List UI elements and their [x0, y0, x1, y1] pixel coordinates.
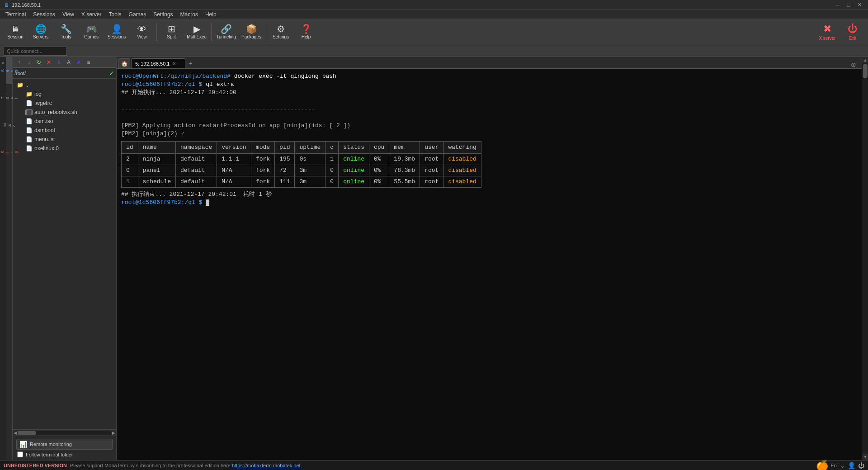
col-pid: pid	[275, 141, 295, 153]
scroll-up-btn[interactable]: ▲	[862, 57, 868, 63]
tree-item-dsmboot[interactable]: 📄 dsmboot	[13, 126, 116, 135]
path-ok-btn[interactable]: ✓	[109, 70, 114, 77]
side-more-btn[interactable]: ≡	[84, 58, 93, 67]
toolbar-help[interactable]: ❓ Help	[294, 20, 318, 44]
menu-macros[interactable]: Macros	[177, 10, 202, 19]
side-panel: ↑ ↓ ↻ ✕ ℹ A A ≡ /root/ ✓ 📁 ..	[13, 57, 117, 460]
tree-item-menulst[interactable]: 📄 menu.lst	[13, 135, 116, 144]
maximize-button[interactable]: □	[844, 1, 854, 9]
tree-item-pxelinux[interactable]: 📄 pxelinux.0	[13, 144, 116, 153]
col-id: id	[122, 141, 138, 153]
toolbar-multiexec[interactable]: ▶ MultiExec	[185, 20, 208, 44]
menu-settings[interactable]: Settings	[150, 10, 176, 19]
row3-mode: fork	[251, 176, 274, 188]
file-tree[interactable]: 📁 .. 📁 log 📄 .wgetrc ⬛ auto_rebootwx.sh	[13, 79, 116, 429]
tab-session1[interactable]: 5: 192.168.50.1 ✕	[131, 58, 185, 68]
left-icon-sidebar: «	[0, 57, 6, 460]
side-filter-btn[interactable]: A	[64, 58, 73, 67]
toolbar-separator3	[266, 23, 266, 41]
side-up-btn[interactable]: ↑	[14, 58, 24, 67]
minimize-button[interactable]: ─	[833, 1, 843, 9]
status-bar: UNREGISTERED VERSION - Please support Mo…	[0, 460, 868, 470]
menu-xserver[interactable]: X server	[78, 10, 105, 19]
tab-macros-vert[interactable]: Mac	[6, 111, 12, 138]
menu-tools[interactable]: Tools	[105, 10, 125, 19]
toolbar-settings-label: Settings	[273, 34, 289, 39]
expand-icon[interactable]: «	[1, 60, 4, 65]
toolbar-settings[interactable]: ⚙ Settings	[269, 20, 292, 44]
side-down-btn[interactable]: ↓	[24, 58, 33, 67]
toolbar-tools[interactable]: 🔧 Tools	[54, 20, 78, 44]
settings-icon: ⚙	[277, 24, 285, 33]
tree-item-wgetrc[interactable]: 📄 .wgetrc	[13, 99, 116, 108]
scroll-right-btn[interactable]: ▶	[112, 431, 115, 435]
side-info-btn[interactable]: ℹ	[54, 58, 63, 67]
tab-settings-icon[interactable]: ⊕	[851, 61, 856, 68]
toolbar-tunneling[interactable]: 🔗 Tunneling	[214, 20, 238, 44]
toolbar-session[interactable]: 🖥 Session	[4, 20, 27, 44]
side-delete-btn[interactable]: ✕	[44, 58, 53, 67]
support-link[interactable]: https://mobaxterm.mobatek.net	[232, 463, 301, 468]
tree-item-dsm[interactable]: 📄 dsm.iso	[13, 117, 116, 126]
tree-item-dsm-label: dsm.iso	[34, 118, 53, 124]
row2-name: panel	[138, 165, 175, 176]
status-user-icon[interactable]: 👤	[848, 462, 855, 469]
toolbar-packages[interactable]: 📦 Packages	[240, 20, 263, 44]
toolbar-games[interactable]: 🎮 Games	[80, 20, 103, 44]
h-scrollbar[interactable]: ◀ ▶	[13, 429, 116, 436]
tree-item-autoreboot[interactable]: ⬛ auto_rebootwx.sh	[13, 108, 116, 117]
menu-sessions[interactable]: Sessions	[29, 10, 59, 19]
pm2-table-body: 2 ninja default 1.1.1 fork 195 0s 1 onli…	[122, 153, 481, 188]
tab-slip-vert[interactable]: Slip	[6, 138, 12, 166]
side-refresh-btn[interactable]: ↻	[34, 58, 43, 67]
tab-home[interactable]: 🏠	[118, 58, 130, 68]
h-scroll-track[interactable]	[18, 431, 111, 435]
menu-view[interactable]: View	[59, 10, 78, 19]
scroll-track[interactable]	[862, 63, 868, 454]
toolbar-sessions2[interactable]: 👤 Sessions	[105, 20, 128, 44]
tab-new-btn[interactable]: +	[185, 58, 195, 68]
view-icon: 👁	[137, 24, 146, 33]
toolbar-exit[interactable]: ⏻ Exit	[841, 20, 864, 44]
status-chevron-icon[interactable]: ⌄	[840, 462, 845, 469]
menu-help[interactable]: Help	[202, 10, 220, 19]
term-line-prompt-final: root@1c5606ff97b2:/ql $	[121, 199, 857, 207]
tree-item-log[interactable]: 📁 log	[13, 90, 116, 99]
table-row: 2 ninja default 1.1.1 fork 195 0s 1 onli…	[122, 153, 481, 165]
split-icon: ⊞	[168, 24, 175, 33]
term-line-end1: ## 执行结束... 2021-12-17 20:42:01 耗时 1 秒	[121, 190, 857, 199]
tab-sessions[interactable]: Sess	[6, 57, 12, 84]
right-scrollbar[interactable]: ▲ ▼	[862, 57, 868, 460]
scroll-left-btn[interactable]: ◀	[14, 431, 17, 435]
session-icon: 🖥	[11, 24, 20, 33]
follow-folder-checkbox[interactable]	[17, 451, 23, 457]
menu-terminal[interactable]: Terminal	[2, 10, 29, 19]
status-bar-right: 🍊 En ⌄ 👤 ⏻	[816, 460, 864, 470]
pm2-line1: [PM2] Applying action restartProcessId o…	[121, 122, 350, 129]
toolbar-xserver[interactable]: ✖ X server	[816, 20, 839, 44]
lang-label[interactable]: En	[831, 463, 837, 468]
row1-version: 1.1.1	[217, 153, 251, 165]
prompt-final: root@1c5606ff97b2:/ql $	[121, 199, 202, 206]
toolbar-view[interactable]: 👁 View	[130, 20, 154, 44]
quick-connect-input[interactable]	[4, 47, 67, 56]
col-user: user	[420, 141, 443, 153]
tab-tools-vert[interactable]: Tool	[6, 84, 12, 111]
toolbar-help-label: Help	[302, 34, 311, 39]
tree-item-menulst-label: menu.lst	[34, 136, 55, 142]
table-row: 1 schedule default N/A fork 111 3m 0 onl…	[122, 176, 481, 188]
tree-item-back[interactable]: 📁 ..	[13, 81, 116, 90]
toolbar-servers[interactable]: 🌐 Servers	[29, 20, 52, 44]
side-text-btn[interactable]: A	[74, 58, 83, 67]
table-row: 0 panel default N/A fork 72 3m 0 online …	[122, 165, 481, 176]
row2-user: root	[420, 165, 443, 176]
tab-close-btn[interactable]: ✕	[172, 61, 176, 66]
toolbar-split[interactable]: ⊞ Split	[160, 20, 183, 44]
status-power-icon[interactable]: ⏻	[858, 462, 864, 469]
menu-games[interactable]: Games	[125, 10, 150, 19]
terminal-content[interactable]: root@OpenWrt:/ql/ninja/backend# docker e…	[117, 69, 862, 460]
close-button[interactable]: ✕	[854, 1, 864, 9]
remote-monitor-button[interactable]: 📊 Remote monitoring	[16, 439, 113, 450]
back-icon: 📁	[16, 82, 24, 88]
col-cpu: cpu	[369, 141, 389, 153]
